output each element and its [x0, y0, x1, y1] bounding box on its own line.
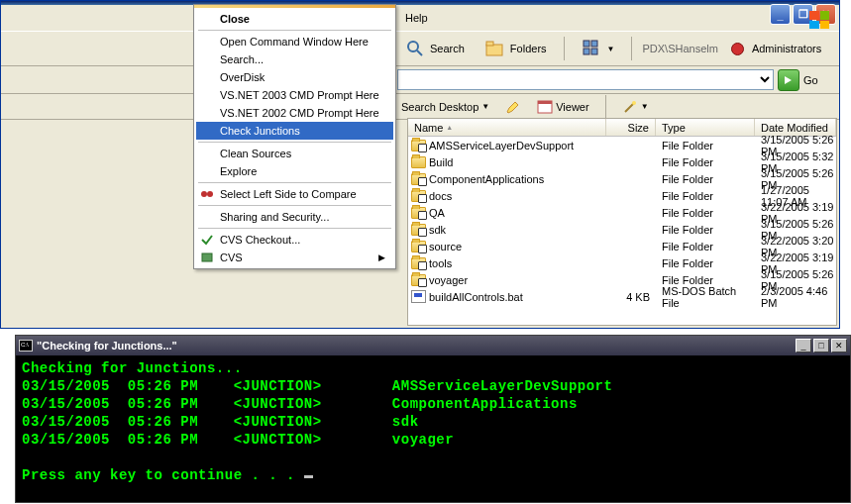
console-close-button[interactable]: ✕ — [831, 339, 847, 353]
console-minimize-button[interactable]: _ — [796, 339, 811, 353]
search-label: Search — [430, 43, 465, 54]
separator — [631, 37, 632, 60]
file-row[interactable]: buildAllControls.bat4 KBMS-DOS Batch Fil… — [408, 288, 836, 305]
submenu-arrow-icon: ▶ — [378, 252, 385, 262]
file-name: buildAllControls.bat — [429, 291, 523, 303]
context-menu-label: VS.NET 2003 CMD Prompt Here — [220, 89, 379, 101]
folder-junction-icon — [411, 257, 426, 269]
cmd-icon — [19, 340, 33, 352]
admins-button[interactable]: Administrators — [724, 39, 828, 59]
console-titlebar: "Checking for Junctions..." _ □ ✕ — [16, 336, 850, 355]
context-menu-item[interactable]: Select Left Side to Compare — [196, 185, 393, 203]
views-button[interactable]: ▼ — [575, 34, 622, 63]
context-menu-item[interactable]: Check Junctions — [196, 122, 393, 140]
file-type: File Folder — [656, 140, 755, 151]
context-menu-item[interactable]: Sharing and Security... — [196, 208, 393, 226]
context-menu-label: Search... — [220, 53, 264, 65]
context-menu-label: Close — [220, 13, 250, 25]
context-menu-label: Select Left Side to Compare — [220, 188, 357, 200]
context-menu-label: Sharing and Security... — [220, 211, 329, 223]
menu-help[interactable]: Help — [397, 9, 436, 27]
context-menu-separator — [198, 228, 391, 229]
search-button[interactable]: Search — [397, 34, 472, 63]
folder-junction-icon — [411, 173, 426, 185]
cursor — [304, 475, 313, 478]
context-menu-label: Open Command Window Here — [220, 36, 369, 48]
tool-button[interactable]: ▼ — [618, 97, 653, 117]
file-name: sdk — [429, 224, 446, 236]
folders-icon — [484, 38, 506, 59]
context-menu-separator — [198, 182, 391, 183]
dropdown-arrow-icon: ▼ — [641, 102, 649, 111]
context-menu-item[interactable]: VS.NET 2002 CMD Prompt Here — [196, 104, 393, 122]
subtoolbar: Search Desktop ▼ Viewer ▼ — [1, 94, 839, 120]
file-name: AMSServiceLayerDevSupport — [429, 140, 574, 151]
console-title: "Checking for Junctions..." — [37, 340, 796, 352]
svg-point-0 — [408, 42, 418, 51]
toolbar: Search Folders ▼ PDX\SHanselm Administra… — [1, 31, 839, 66]
folder-junction-icon — [411, 241, 426, 252]
file-type: File Folder — [656, 207, 755, 219]
folders-label: Folders — [510, 43, 547, 54]
context-menu-label: VS.NET 2002 CMD Prompt Here — [220, 107, 379, 119]
context-menu: CloseOpen Command Window HereSearch...Ov… — [193, 4, 396, 269]
folder-junction-icon — [411, 190, 426, 202]
file-name: tools — [429, 257, 452, 269]
go-label: Go — [803, 74, 818, 86]
svg-point-13 — [207, 191, 213, 197]
file-type: File Folder — [656, 257, 755, 269]
column-type[interactable]: Type — [656, 119, 755, 136]
context-menu-separator — [198, 205, 391, 206]
folder-junction-icon — [411, 140, 426, 151]
viewer-label: Viewer — [556, 101, 588, 113]
context-menu-label: CVS Checkout... — [220, 234, 300, 246]
address-bar: Go — [1, 66, 839, 94]
file-type: File Folder — [656, 241, 755, 252]
file-name: voyager — [429, 274, 468, 286]
folders-button[interactable]: Folders — [478, 34, 554, 63]
context-menu-item[interactable]: Open Command Window Here — [196, 33, 393, 50]
context-menu-item[interactable]: Close — [196, 10, 393, 28]
views-icon — [582, 38, 603, 59]
svg-rect-4 — [584, 41, 589, 47]
file-type: File Folder — [656, 173, 755, 185]
file-listview: Name▲ Size Type Date Modified AMSService… — [407, 118, 837, 326]
folder-junction-icon — [411, 274, 426, 286]
column-name[interactable]: Name▲ — [408, 119, 606, 136]
console-maximize-button[interactable]: □ — [813, 339, 829, 353]
viewer-button[interactable]: Viewer — [533, 98, 592, 116]
console-window: "Checking for Junctions..." _ □ ✕ Checki… — [15, 335, 851, 503]
highlight-button[interactable] — [501, 97, 525, 117]
search-desktop-button[interactable]: Search Desktop ▼ — [397, 99, 493, 115]
wand-icon — [622, 99, 638, 115]
column-size[interactable]: Size — [606, 119, 656, 136]
explorer-window: _ ❐ ✕ Help Search Folders ▼ P — [0, 0, 840, 329]
file-type: MS-DOS Batch File — [656, 285, 755, 309]
svg-rect-7 — [591, 49, 597, 54]
context-menu-item[interactable]: CVS▶ — [196, 249, 393, 266]
file-name: QA — [429, 207, 445, 219]
svg-point-11 — [632, 101, 636, 105]
context-menu-item[interactable]: CVS Checkout... — [196, 231, 393, 249]
file-name: source — [429, 241, 462, 252]
context-menu-item[interactable]: Search... — [196, 50, 393, 68]
dropdown-arrow-icon: ▼ — [607, 45, 615, 53]
go-button[interactable] — [778, 69, 799, 91]
svg-rect-6 — [584, 49, 589, 54]
context-menu-item[interactable]: OverDisk — [196, 68, 393, 86]
context-menu-item[interactable]: VS.NET 2003 CMD Prompt Here — [196, 86, 393, 104]
file-size: 4 KB — [606, 291, 656, 303]
compare-icon — [199, 186, 215, 202]
context-menu-item[interactable]: Clean Sources — [196, 145, 393, 162]
context-menu-item[interactable]: Explore — [196, 162, 393, 180]
batch-file-icon — [411, 290, 426, 303]
file-name: docs — [429, 190, 452, 202]
address-input[interactable] — [397, 69, 774, 90]
sort-asc-icon: ▲ — [446, 124, 453, 131]
folder-junction-icon — [411, 207, 426, 219]
svg-point-12 — [201, 191, 207, 197]
folder-icon — [411, 156, 426, 168]
context-menu-label: Explore — [220, 165, 257, 177]
search-icon — [404, 38, 426, 59]
file-date: 2/3/2005 4:46 PM — [755, 285, 836, 309]
